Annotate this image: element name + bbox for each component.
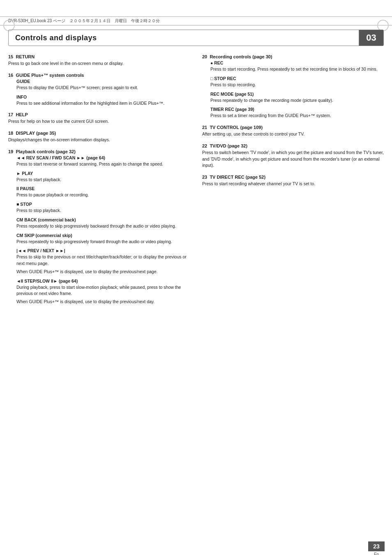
- timerrec-body: Press to set a timer recording from the …: [210, 113, 384, 119]
- section-18-body: Displays/changes the on-screen informati…: [8, 137, 190, 143]
- left-column: 15 RETURN Press to go back one level in …: [8, 54, 190, 311]
- chapter-title: Controls and displays: [9, 30, 359, 46]
- cmskip-body: Press repeatedly to skip progressively f…: [16, 239, 190, 245]
- stepslow-body2: When GUIDE Plus+™ is displayed, use to d…: [16, 299, 190, 305]
- section-19-cmback: CM BACK (commercial back) Press repeated…: [16, 217, 190, 230]
- prevnext-title: |◄◄ PREV / NEXT ►►|: [16, 248, 190, 253]
- section-19-stepslow: ◄II STEP/SLOW II► (page 64) During playb…: [16, 279, 190, 305]
- section-20-recmode: REC MODE (page 51) Press repeatedly to c…: [210, 92, 384, 104]
- section-17-title: 17 HELP: [8, 112, 190, 117]
- section-19-prevnext: |◄◄ PREV / NEXT ►►| Press to skip to the…: [16, 248, 190, 275]
- file-path-text: DVR-530H_EU.book 23 ページ ２００５年２月１４日 月曜日 午…: [8, 18, 160, 23]
- cmback-title: CM BACK (commercial back): [16, 217, 190, 222]
- section-21-body: After setting up, use these controls to …: [202, 131, 384, 138]
- section-16: 16 GUIDE Plus+™ system controls GUIDE Pr…: [8, 73, 190, 107]
- section-20-timerrec: TIMER REC (page 39) Press to set a timer…: [210, 107, 384, 119]
- content-area: 15 RETURN Press to go back one level in …: [8, 54, 384, 311]
- revscan-title: ◄◄ REV SCAN / FWD SCAN ►► (page 64): [16, 155, 190, 160]
- stop-body: Press to stop playback.: [16, 207, 190, 214]
- prevnext-body1: Press to skip to the previous or next ti…: [16, 254, 190, 267]
- section-19: 19 Playback controls (page 32) ◄◄ REV SC…: [8, 149, 190, 305]
- rec-body: Press to start recording. Press repeated…: [210, 66, 384, 73]
- section-19-cmskip: CM SKIP (commercial skip) Press repeated…: [16, 233, 190, 245]
- prevnext-body2: When GUIDE Plus+™ is displayed, use to d…: [16, 269, 190, 275]
- stepslow-title: ◄II STEP/SLOW II► (page 64): [16, 279, 190, 283]
- section-18: 18 DISPLAY (page 35) Displays/changes th…: [8, 131, 190, 143]
- stoprec-title: □ STOP REC: [210, 76, 384, 81]
- revscan-body: Press to start reverse or forward scanni…: [16, 161, 190, 168]
- section-23-title: 23 TV DIRECT REC (page 52): [202, 175, 384, 180]
- recmode-title: REC MODE (page 51): [210, 92, 384, 97]
- file-path-bar: DVR-530H_EU.book 23 ページ ２００５年２月１４日 月曜日 午…: [0, 16, 392, 25]
- section-17: 17 HELP Press for help on how to use the…: [8, 112, 190, 125]
- section-17-body: Press for help on how to use the current…: [8, 118, 190, 125]
- guide-body: Press to display the GUIDE Plus+™ screen…: [16, 85, 190, 91]
- section-23-body: Press to start recording whatever channe…: [202, 181, 384, 187]
- section-21: 21 TV CONTROL (page 109) After setting u…: [202, 125, 384, 138]
- section-20-title: 20 Recording controls (page 30): [202, 54, 384, 59]
- section-19-pause: II PAUSE Press to pause playback or reco…: [16, 186, 190, 198]
- section-22-body: Press to switch between 'TV mode', in wh…: [202, 150, 384, 169]
- section-16-title: 16 GUIDE Plus+™ system controls: [8, 73, 190, 78]
- section-16-guide: GUIDE Press to display the GUIDE Plus+™ …: [16, 79, 190, 91]
- stepslow-body1: During playback, press to start slow-mot…: [16, 284, 190, 297]
- section-15: 15 RETURN Press to go back one level in …: [8, 54, 190, 67]
- info-body: Press to see additional information for …: [16, 100, 190, 107]
- guide-title: GUIDE: [16, 79, 190, 84]
- section-20-rec: ● REC Press to start recording. Press re…: [210, 60, 384, 73]
- section-22: 22 TV/DVD (page 32) Press to switch betw…: [202, 143, 384, 169]
- section-20-stoprec: □ STOP REC Press to stop recording.: [210, 76, 384, 88]
- cmskip-title: CM SKIP (commercial skip): [16, 233, 190, 238]
- chapter-number: 03: [359, 30, 383, 46]
- play-title: ► PLAY: [16, 171, 190, 176]
- recmode-body: Press repeatedly to change the recording…: [210, 97, 384, 104]
- timerrec-title: TIMER REC (page 39): [210, 107, 384, 112]
- section-15-body: Press to go back one level in the on-scr…: [8, 60, 190, 67]
- section-21-title: 21 TV CONTROL (page 109): [202, 125, 384, 130]
- section-19-play: ► PLAY Press to start playback.: [16, 171, 190, 183]
- section-19-stop: ■ STOP Press to stop playback.: [16, 202, 190, 214]
- pause-body: Press to pause playback or recording.: [16, 192, 190, 198]
- page-footer: 23 En: [368, 541, 385, 555]
- page-number: 23: [368, 541, 385, 551]
- section-23: 23 TV DIRECT REC (page 52) Press to star…: [202, 175, 384, 187]
- pause-title: II PAUSE: [16, 186, 190, 191]
- stop-title: ■ STOP: [16, 202, 190, 207]
- chapter-header: Controls and displays 03: [8, 30, 384, 46]
- section-19-title: 19 Playback controls (page 32): [8, 149, 190, 154]
- section-19-revscan: ◄◄ REV SCAN / FWD SCAN ►► (page 64) Pres…: [16, 155, 190, 168]
- page-lang: En: [368, 552, 385, 555]
- cmback-body: Press repeatedly to skip progressively b…: [16, 223, 190, 230]
- stoprec-body: Press to stop recording.: [210, 82, 384, 88]
- play-body: Press to start playback.: [16, 177, 190, 183]
- rec-title: ● REC: [210, 60, 384, 65]
- right-column: 20 Recording controls (page 30) ● REC Pr…: [202, 54, 384, 311]
- section-20: 20 Recording controls (page 30) ● REC Pr…: [202, 54, 384, 119]
- section-22-title: 22 TV/DVD (page 32): [202, 143, 384, 148]
- page-wrapper: DVR-530H_EU.book 23 ページ ２００５年２月１４日 月曜日 午…: [0, 16, 392, 555]
- section-16-info: INFO Press to see additional information…: [16, 94, 190, 107]
- section-15-title: 15 RETURN: [8, 54, 190, 59]
- info-title: INFO: [16, 94, 190, 99]
- section-18-title: 18 DISPLAY (page 35): [8, 131, 190, 136]
